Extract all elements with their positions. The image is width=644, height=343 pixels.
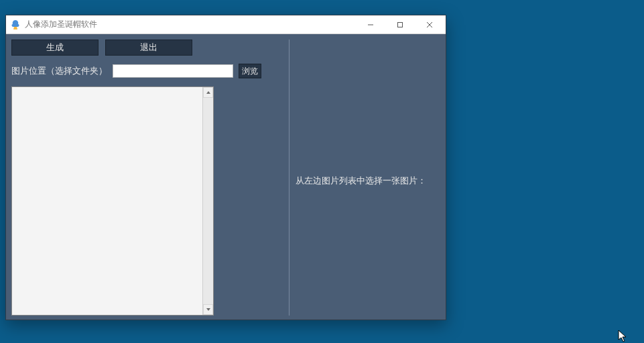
svg-marker-4 — [206, 91, 210, 94]
svg-rect-1 — [398, 22, 403, 27]
client-area: 生成 退出 图片位置（选择文件夹） 浏览 从左边图片列表中选择一张图片： — [6, 34, 446, 320]
titlebar: 人像添加圣诞帽软件 — [6, 15, 446, 34]
window-title: 人像添加圣诞帽软件 — [25, 19, 356, 30]
generate-button[interactable]: 生成 — [11, 40, 99, 56]
exit-button[interactable]: 退出 — [105, 40, 192, 56]
path-label: 图片位置（选择文件夹） — [11, 65, 107, 77]
svg-marker-5 — [206, 308, 210, 311]
path-input[interactable] — [113, 64, 233, 78]
app-window: 人像添加圣诞帽软件 生成 退出 图片位置（选择文件夹） 浏览 — [5, 15, 446, 320]
browse-button[interactable]: 浏览 — [239, 64, 261, 78]
close-button[interactable] — [415, 15, 444, 33]
mouse-cursor-icon — [618, 330, 629, 343]
toolbar: 生成 退出 — [11, 40, 192, 56]
window-controls — [356, 15, 444, 33]
minimize-button[interactable] — [356, 15, 385, 33]
image-listbox[interactable] — [11, 86, 214, 316]
scroll-down-button[interactable] — [203, 304, 213, 315]
listbox-scrollbar[interactable] — [202, 87, 213, 315]
right-panel-hint: 从左边图片列表中选择一张图片： — [296, 175, 436, 187]
vertical-divider — [289, 40, 289, 316]
scroll-up-button[interactable] — [203, 87, 213, 98]
maximize-button[interactable] — [385, 15, 415, 33]
path-row: 图片位置（选择文件夹） 浏览 — [11, 64, 261, 78]
listbox-content — [12, 87, 202, 315]
app-icon — [10, 19, 21, 30]
